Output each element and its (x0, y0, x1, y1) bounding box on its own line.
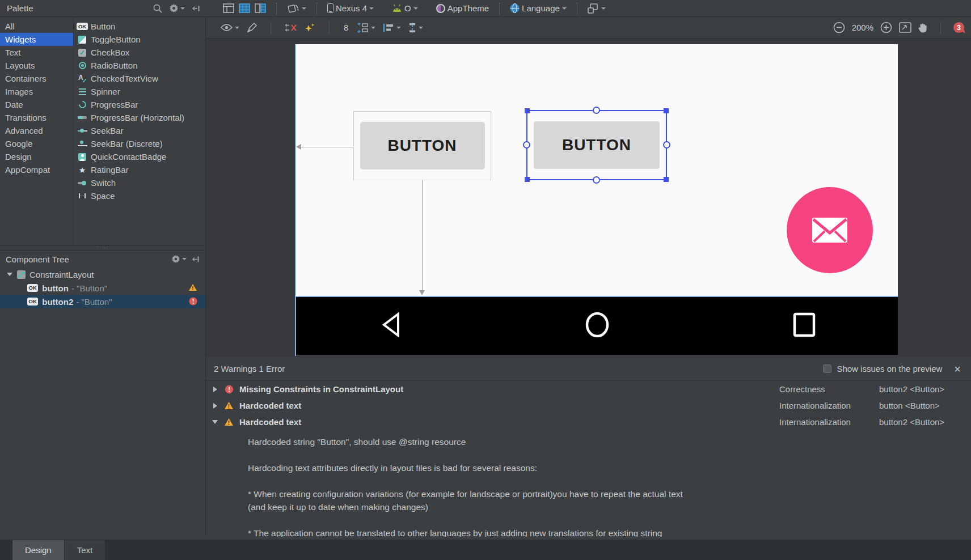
brush-icon[interactable] (247, 23, 257, 33)
view-options-icon[interactable] (221, 24, 239, 31)
palette-item-seekbar-discrete[interactable]: SeekBar (Discrete) (74, 137, 205, 150)
language-label: Language (522, 3, 560, 13)
nav-back-icon[interactable] (381, 312, 400, 340)
button2[interactable]: BUTTON (534, 121, 660, 169)
pack-icon[interactable] (357, 23, 375, 33)
resize-handle-sw[interactable] (525, 177, 530, 182)
tree-item-constraintlayout[interactable]: ConstraintLayout (0, 268, 205, 281)
tree-item-button2[interactable]: OK button2 - "Button" (0, 295, 205, 308)
palette-category-images[interactable]: Images (0, 85, 73, 98)
palette-item-progressbar[interactable]: ProgressBar (74, 98, 205, 111)
palette-item-togglebutton[interactable]: ToggleButton (74, 33, 205, 46)
expander-icon[interactable] (210, 387, 219, 392)
palette-item-seekbar[interactable]: SeekBar (74, 124, 205, 137)
android-studio-layout-editor: Palette (0, 0, 971, 560)
zoom-in-icon[interactable] (880, 22, 892, 33)
issue-row-hardcoded-text-1[interactable]: Hardcoded text Internationalization butt… (206, 397, 971, 414)
expander-icon[interactable] (210, 420, 219, 424)
show-issues-checkbox[interactable] (823, 364, 831, 373)
language-selector[interactable]: Language (510, 3, 567, 13)
palette-item-ratingbar[interactable]: ★ RatingBar (74, 163, 205, 176)
palette-category-widgets[interactable]: Widgets (0, 33, 73, 46)
palette-item-progressbar-horizontal[interactable]: ProgressBar (Horizontal) (74, 111, 205, 124)
blueprint-view-icon[interactable] (239, 3, 250, 13)
nav-home-icon[interactable] (584, 312, 610, 340)
palette-category-appcompat[interactable]: AppCompat (0, 163, 73, 176)
anchor-handle-bottom[interactable] (593, 176, 600, 184)
palette-title: Palette (7, 3, 33, 13)
expander-icon[interactable] (210, 403, 219, 409)
panel-splitter[interactable]: ····· (0, 245, 205, 251)
palette-category-transitions[interactable]: Transitions (0, 111, 73, 124)
palette-item-switch[interactable]: Switch (74, 176, 205, 189)
button1-bounds[interactable]: BUTTON (353, 111, 491, 180)
floating-action-button[interactable] (787, 187, 873, 273)
checkbox-icon: ✓ (77, 48, 87, 57)
palette-category-date[interactable]: Date (0, 98, 73, 111)
tree-item-button[interactable]: OK button - "Button" (0, 281, 205, 295)
space-icon: ·· (77, 191, 87, 201)
nav-recents-icon[interactable] (792, 312, 816, 340)
chevron-down-icon (396, 27, 401, 29)
palette-item-spinner[interactable]: Spinner (74, 85, 205, 98)
hide-panel-icon[interactable] (192, 256, 200, 263)
guideline-icon[interactable] (408, 23, 423, 33)
palette-category-google[interactable]: Google (0, 137, 73, 150)
rating-bar-icon: ★ (77, 165, 87, 175)
resize-handle-ne[interactable] (664, 108, 669, 113)
orientation-icon[interactable] (287, 3, 306, 14)
button2-selection-frame[interactable]: BUTTON (526, 110, 667, 180)
chevron-down-icon (369, 7, 374, 10)
palette-category-design[interactable]: Design (0, 150, 73, 163)
palette-category-text[interactable]: Text (0, 46, 73, 59)
design-view-icon[interactable] (223, 3, 234, 13)
show-issues-label: Show issues on the preview (837, 364, 942, 374)
toolbar-separator (329, 22, 330, 33)
align-icon[interactable] (383, 23, 401, 32)
resize-handle-nw[interactable] (525, 108, 530, 113)
api-version-selector[interactable]: O (392, 3, 418, 13)
infer-constraints-icon[interactable] (305, 23, 316, 33)
button1[interactable]: BUTTON (360, 122, 485, 169)
gear-icon[interactable] (170, 4, 185, 12)
clear-constraints-icon[interactable] (284, 23, 297, 33)
palette-category-advanced[interactable]: Advanced (0, 124, 73, 137)
issue-row-missing-constraints[interactable]: Missing Constraints in ConstraintLayout … (206, 381, 971, 397)
palette-item-radiobutton[interactable]: RadioButton (74, 59, 205, 72)
expander-icon[interactable] (7, 273, 12, 276)
close-icon[interactable]: × (954, 363, 961, 375)
palette-category-all[interactable]: All (0, 20, 73, 33)
design-surface-toolbar: Nexus 4 O AppTheme Language (206, 0, 971, 16)
issue-row-hardcoded-text-2[interactable]: Hardcoded text Internationalization butt… (206, 414, 971, 430)
issues-badge[interactable]: 3 (953, 22, 964, 33)
palette-item-quickcontactbadge[interactable]: QuickContactBadge (74, 150, 205, 163)
palette-category-layouts[interactable]: Layouts (0, 59, 73, 72)
gear-icon[interactable] (172, 255, 187, 263)
hide-panel-icon[interactable] (192, 5, 200, 12)
tab-design[interactable]: Design (12, 540, 65, 560)
default-margin-value[interactable]: 8 (343, 23, 349, 32)
pan-icon[interactable] (918, 22, 928, 33)
palette-item-space[interactable]: ·· Space (74, 189, 205, 202)
palette-item-checkbox[interactable]: ✓ CheckBox (74, 46, 205, 59)
device-screen[interactable]: BUTTON BUTTON (296, 44, 898, 296)
anchor-handle-left[interactable] (523, 141, 530, 149)
chevron-down-icon (413, 7, 418, 10)
palette-item-button[interactable]: OK Button (74, 20, 205, 33)
toolbar-separator (577, 3, 577, 14)
tab-text[interactable]: Text (65, 540, 106, 560)
anchor-handle-right[interactable] (663, 141, 670, 149)
theme-selector[interactable]: AppTheme (436, 3, 489, 13)
palette-item-checkedtextview[interactable]: A✓ CheckedTextView (74, 72, 205, 85)
palette-category-containers[interactable]: Containers (0, 72, 73, 85)
device-canvas[interactable]: BUTTON BUTTON (295, 44, 898, 356)
resize-handle-se[interactable] (664, 177, 669, 182)
multi-device-preview-icon[interactable] (588, 3, 606, 14)
zoom-out-icon[interactable] (833, 22, 845, 33)
anchor-handle-top[interactable] (593, 107, 600, 114)
search-icon[interactable] (153, 4, 162, 13)
design-surface[interactable]: BUTTON BUTTON (206, 39, 971, 357)
zoom-to-fit-icon[interactable] (899, 22, 911, 33)
device-selector[interactable]: Nexus 4 (327, 3, 374, 13)
split-view-icon[interactable] (255, 3, 266, 13)
